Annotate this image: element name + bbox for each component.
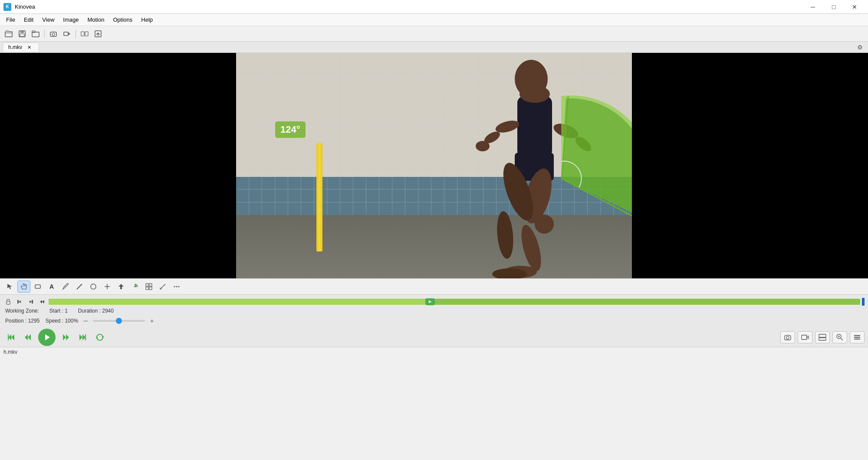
dual-capture-button[interactable] — [79, 28, 91, 39]
menu-image[interactable]: Image — [59, 15, 83, 25]
video-frame: 124° — [236, 53, 632, 278]
hand-tool-button[interactable] — [17, 281, 30, 293]
svg-rect-1 — [6, 30, 9, 32]
measure-tool-button[interactable] — [156, 281, 169, 293]
title-text: Kinovea — [15, 3, 35, 10]
step-backward-button[interactable] — [21, 330, 36, 344]
svg-rect-4 — [20, 34, 24, 36]
menu-bar: File Edit View Image Motion Options Help — [0, 14, 868, 26]
step-forward-button[interactable] — [57, 330, 73, 344]
left-black-panel — [0, 53, 104, 278]
menu-file[interactable]: File — [2, 15, 20, 25]
svg-rect-84 — [854, 335, 860, 336]
close-button[interactable]: ✕ — [845, 1, 865, 13]
svg-rect-3 — [20, 31, 24, 33]
svg-rect-0 — [5, 32, 12, 37]
minimize-button[interactable]: ─ — [803, 1, 823, 13]
file-tab-label: h.mkv — [8, 44, 22, 50]
duration-value: Duration : 2940 — [78, 308, 114, 314]
window-controls: ─ □ ✕ — [803, 1, 865, 13]
lock-timeline-button[interactable] — [3, 297, 13, 307]
start-marker-button[interactable] — [15, 297, 24, 307]
play-button[interactable] — [38, 329, 56, 346]
save-video-button[interactable] — [798, 331, 812, 343]
maximize-button[interactable]: □ — [824, 1, 844, 13]
position-marker[interactable] — [425, 298, 435, 305]
svg-line-81 — [841, 338, 843, 340]
text-tool-button[interactable]: A — [45, 281, 58, 293]
playback-left — [3, 329, 108, 346]
skip-to-start-button[interactable] — [3, 330, 19, 344]
start-value: Start : 1 — [49, 308, 68, 314]
menu-edit[interactable]: Edit — [20, 15, 38, 25]
progress-bar[interactable] — [49, 299, 860, 305]
toolbar-separator-1 — [44, 29, 45, 38]
speed-slider-thumb[interactable] — [116, 318, 122, 324]
svg-rect-76 — [802, 335, 807, 339]
svg-rect-47 — [149, 287, 152, 290]
svg-marker-69 — [66, 334, 69, 340]
save-snapshot-button[interactable] — [780, 331, 795, 343]
menu-options[interactable]: Options — [108, 15, 137, 25]
rectangle-select-button[interactable] — [31, 281, 44, 293]
playback-right — [780, 331, 865, 343]
goto-start-button[interactable] — [37, 297, 47, 307]
progress-bar-fill — [49, 299, 430, 305]
file-tab-close-icon[interactable]: ✕ — [25, 44, 33, 51]
svg-marker-59 — [40, 300, 42, 303]
pencil-tool-button[interactable] — [59, 281, 72, 293]
svg-marker-70 — [79, 334, 82, 340]
svg-marker-61 — [429, 300, 431, 303]
svg-rect-6 — [32, 31, 35, 33]
svg-rect-88 — [858, 336, 858, 338]
svg-rect-79 — [819, 338, 826, 340]
svg-rect-17 — [517, 96, 552, 157]
export-image-button[interactable] — [92, 28, 104, 39]
more-tools-button[interactable] — [170, 281, 183, 293]
line-tool-button[interactable] — [73, 281, 86, 293]
pb-settings-button[interactable] — [850, 331, 865, 343]
menu-help[interactable]: Help — [137, 15, 157, 25]
loop-button[interactable] — [92, 330, 108, 344]
svg-point-52 — [178, 286, 180, 287]
svg-rect-87 — [855, 335, 856, 336]
browse-button[interactable] — [30, 28, 42, 39]
cross-tool-button[interactable] — [101, 281, 114, 293]
svg-marker-71 — [82, 334, 85, 340]
pointer-tool-button[interactable] — [3, 281, 16, 293]
grid-tool-button[interactable] — [142, 281, 155, 293]
capture-button[interactable] — [47, 28, 59, 39]
speed-slider[interactable] — [93, 320, 145, 322]
zoom-button[interactable] — [832, 331, 847, 343]
save-button[interactable] — [16, 28, 28, 39]
svg-point-18 — [519, 85, 550, 103]
svg-rect-72 — [85, 334, 86, 340]
svg-marker-35 — [7, 284, 12, 289]
timeline-end-marker — [862, 298, 865, 306]
skip-to-end-button[interactable] — [75, 330, 90, 344]
svg-rect-13 — [85, 32, 88, 36]
angle-svg — [236, 53, 632, 278]
svg-rect-53 — [7, 301, 10, 304]
open-file-button[interactable] — [3, 28, 15, 39]
speed-increase-button[interactable]: + — [148, 316, 155, 325]
svg-rect-12 — [81, 32, 84, 36]
svg-rect-54 — [17, 300, 19, 303]
file-tab[interactable]: h.mkv ✕ — [3, 42, 39, 52]
split-view-button[interactable] — [815, 331, 830, 343]
svg-point-26 — [535, 215, 554, 234]
arrow-tool-button[interactable] — [115, 281, 128, 293]
toolbar-separator-2 — [76, 29, 76, 38]
menu-view[interactable]: View — [38, 15, 59, 25]
end-marker-button[interactable] — [26, 297, 36, 307]
circle-tool-button[interactable] — [87, 281, 100, 293]
svg-rect-10 — [64, 32, 68, 36]
angle-tool-button[interactable] — [128, 281, 141, 293]
speed-decrease-button[interactable]: ─ — [82, 316, 89, 325]
video-area: 124° — [0, 53, 868, 278]
menu-motion[interactable]: Motion — [83, 15, 108, 25]
video-content: 124° — [236, 53, 632, 278]
record-button[interactable] — [61, 28, 73, 39]
svg-rect-89 — [856, 338, 857, 340]
file-tab-settings-icon[interactable]: ⚙ — [855, 43, 865, 52]
